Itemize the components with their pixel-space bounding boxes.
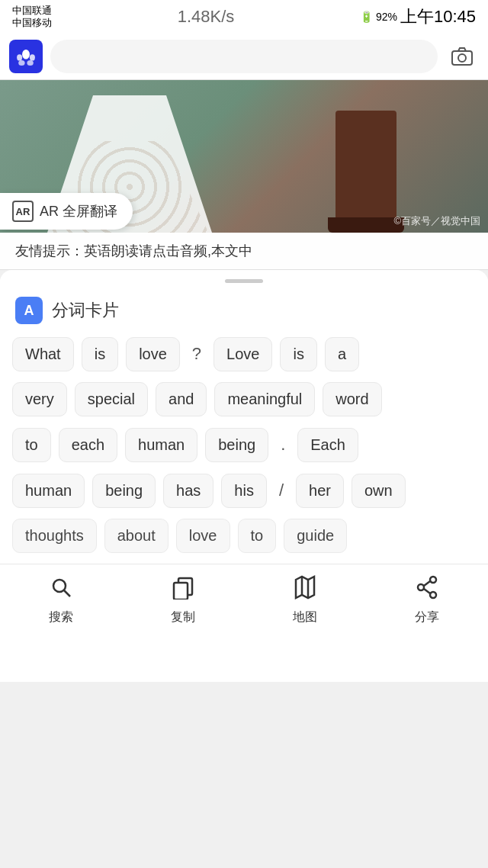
search-bar [0,34,488,80]
svg-point-2 [30,54,35,60]
word-row-2: very special and meaningful word [12,382,476,416]
nav-label-copy: 复制 [171,609,195,625]
ar-translate-button[interactable]: AR AR 全屏翻译 [0,193,133,230]
card-header: A 分词卡片 [0,289,488,336]
word-card[interactable]: own [352,474,406,508]
word-card[interactable]: being [205,428,268,462]
ar-button-label: AR 全屏翻译 [40,202,117,220]
svg-point-15 [418,584,424,590]
word-card[interactable]: Each [297,428,358,462]
word-card[interactable]: human [12,474,85,508]
baidu-logo[interactable] [9,40,43,73]
word-card[interactable]: meaningful [214,382,315,416]
bottom-nav: 搜索 复制 地图 [0,564,488,641]
word-card[interactable]: to [12,428,51,462]
network-speed: 1.48K/s [178,7,235,27]
svg-point-6 [458,54,466,62]
drag-handle-bar [225,279,263,283]
svg-line-8 [64,590,70,596]
word-card[interactable]: being [92,474,156,508]
nav-label-share: 分享 [415,609,439,625]
svg-point-14 [430,577,436,583]
nav-label-search: 搜索 [49,609,73,625]
word-card[interactable]: thoughts [12,519,97,553]
word-row-5: thoughts about love to guide [12,519,476,553]
word-card[interactable]: special [75,382,148,416]
svg-point-7 [53,580,66,592]
status-right: 🔋 92% 上午10:45 [360,5,476,28]
word-card[interactable]: a [325,337,359,371]
word-card[interactable]: to [238,519,277,553]
card-title: 分词卡片 [52,299,119,322]
svg-line-17 [424,581,430,586]
word-card[interactable]: guide [284,519,347,553]
nav-item-map[interactable]: 地图 [293,575,317,625]
hint-bar: 友情提示：英语朗读请点击音频,本文中 [0,233,488,270]
map-icon [293,575,317,605]
hint-text: 友情提示：英语朗读请点击音频,本文中 [15,243,252,259]
word-card[interactable]: has [163,474,214,508]
search-icon [49,575,73,605]
svg-point-16 [430,592,436,598]
time-display: 上午10:45 [400,5,476,28]
svg-point-0 [22,50,30,59]
battery-icon: 🔋 [360,11,373,23]
nav-item-share[interactable]: 分享 [415,575,439,625]
carrier1: 中国联通 [12,5,52,17]
word-row-3: to each human being . Each [12,427,476,462]
word-cards-area: What is love ? Love is a very special an… [0,336,488,564]
word-card-punct: . [276,427,290,462]
nav-item-copy[interactable]: 复制 [171,575,195,625]
word-card[interactable]: human [125,428,197,462]
word-card[interactable]: his [221,474,267,508]
svg-point-4 [27,60,33,66]
svg-point-1 [17,54,22,60]
battery-level: 92% [376,11,397,23]
word-row-1: What is love ? Love is a [12,336,476,371]
word-card-punct: ? [188,336,206,371]
share-icon [415,575,439,605]
search-input[interactable] [50,40,438,73]
carrier2: 中国移动 [12,17,52,29]
hero-image: ©百家号／视觉中国 AR AR 全屏翻译 [0,80,488,233]
svg-point-3 [18,60,24,66]
word-card[interactable]: very [12,382,67,416]
word-card[interactable]: love [126,337,180,371]
camera-button[interactable] [445,40,479,73]
word-card[interactable]: about [104,519,169,553]
boots-illustration [336,111,396,233]
status-bar: 中国联通 中国移动 1.48K/s 🔋 92% 上午10:45 [0,0,488,34]
svg-line-18 [424,589,430,593]
word-card[interactable]: Love [214,337,272,371]
word-card[interactable]: each [59,428,117,462]
card-icon: A [15,297,43,324]
ar-icon: AR [12,201,34,222]
word-card[interactable]: love [176,519,230,553]
svg-marker-11 [296,577,314,598]
card-icon-label: A [24,303,34,319]
word-card[interactable]: word [323,382,381,416]
carrier-info: 中国联通 中国移动 [12,5,52,28]
word-row-4: human being has his / her own [12,473,476,508]
nav-item-search[interactable]: 搜索 [49,575,73,625]
copy-icon [171,575,195,605]
bottom-sheet: A 分词卡片 What is love ? Love is a very spe… [0,270,488,682]
nav-label-map: 地图 [293,609,317,625]
word-card[interactable]: is [82,337,118,371]
word-card[interactable]: and [156,382,207,416]
word-card[interactable]: What [12,337,74,371]
word-card[interactable]: her [296,474,344,508]
word-card[interactable]: is [280,337,316,371]
drag-handle[interactable] [0,270,488,289]
svg-rect-10 [174,583,188,600]
image-credit: ©百家号／视觉中国 [393,214,480,228]
word-card-punct: / [274,473,288,508]
svg-rect-5 [452,51,472,65]
